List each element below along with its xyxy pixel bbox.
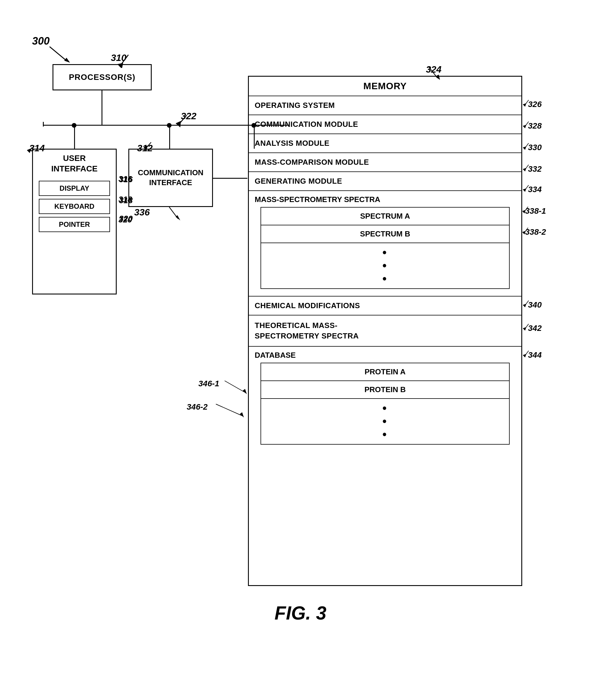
ref-346-1: 346-1 [198, 379, 219, 388]
svg-line-34 [225, 381, 245, 392]
theoretical-mass-row: THEORETICAL MASS-SPECTROMETRY SPECTRA [249, 315, 521, 346]
communication-interface-label: COMMUNICATIONINTERFACE [138, 168, 204, 188]
analysis-module-label: ANALYSIS MODULE [255, 139, 329, 148]
figure-label: FIG. 3 [274, 602, 326, 624]
svg-marker-21 [523, 168, 526, 172]
arrow-322-icon [169, 112, 193, 128]
mass-comparison-label: MASS-COMPARISON MODULE [255, 158, 369, 166]
arrow-340-icon [523, 299, 531, 308]
generating-module-label: GENERATING MODULE [255, 177, 342, 185]
db-dots: ••• [261, 399, 509, 444]
spectrum-a-row: SPECTRUM A [261, 208, 509, 225]
svg-line-36 [216, 404, 242, 416]
svg-marker-27 [522, 231, 526, 234]
protein-a-row: PROTEIN A [261, 363, 509, 381]
spectra-inner-box: SPECTRUM A SPECTRUM B ••• [260, 207, 510, 289]
mass-comparison-row: MASS-COMPARISON MODULE [249, 153, 521, 172]
ref-346-2: 346-2 [187, 402, 208, 412]
mass-spectrometry-spectra-label: MASS-SPECTROMETRY SPECTRA [255, 195, 380, 204]
v-line-comm [169, 125, 170, 149]
arrow-346-1-icon [222, 378, 257, 395]
memory-label: MEMORY [249, 77, 521, 96]
spectrum-b-label: SPECTRUM B [360, 229, 410, 238]
svg-marker-1 [64, 58, 70, 63]
protein-b-label: PROTEIN B [364, 385, 406, 394]
arrow-342-icon [523, 322, 531, 331]
spectrum-a-label: SPECTRUM A [360, 212, 410, 221]
comm-module-label: COMMUNICATION MODULE [255, 120, 358, 129]
arrow-338-2-icon [522, 226, 531, 235]
ref-320-label: 320 [119, 215, 132, 225]
database-label: DATABASE [255, 351, 296, 360]
os-row: OPERATING SYSTEM [249, 96, 521, 114]
processor-label: PROCESSOR(S) [69, 73, 135, 82]
svg-marker-29 [523, 304, 526, 307]
arrow-300-icon [41, 44, 76, 67]
arrow-344-icon [523, 349, 531, 358]
os-label: OPERATING SYSTEM [255, 101, 335, 110]
bus-left-cap [43, 122, 44, 127]
arrow-338-1-icon [522, 205, 531, 214]
keyboard-label: KEYBOARD [54, 202, 94, 210]
display-box: DISPLAY [39, 181, 110, 196]
arrow-328-icon [523, 120, 531, 129]
chemical-modifications-label: CHEMICAL MODIFICATIONS [255, 301, 360, 310]
h-line-comm-mem [213, 178, 247, 179]
svg-marker-19 [523, 146, 526, 150]
arrow-332-icon [523, 163, 531, 172]
pointer-box: POINTER [39, 217, 110, 232]
analysis-module-row: ANALYSIS MODULE [249, 133, 521, 153]
processor-box: PROCESSOR(S) [52, 64, 152, 90]
protein-a-label: PROTEIN A [365, 367, 406, 376]
svg-marker-31 [523, 327, 526, 331]
display-label: DISPLAY [59, 184, 89, 192]
svg-marker-5 [176, 121, 181, 127]
comm-module-row: COMMUNICATION MODULE [249, 114, 521, 133]
database-inner-box: PROTEIN A PROTEIN B ••• [260, 363, 510, 445]
svg-line-0 [50, 47, 67, 61]
mass-spectrometry-spectra-row: MASS-SPECTROMETRY SPECTRA SPECTRUM A SPE… [249, 190, 521, 296]
database-row: DATABASE PROTEIN A PROTEIN B ••• [249, 346, 521, 451]
svg-marker-23 [523, 188, 526, 192]
chemical-modifications-row: CHEMICAL MODIFICATIONS [249, 296, 521, 315]
user-interface-label: USERINTERFACE [33, 150, 116, 178]
communication-interface-box: COMMUNICATIONINTERFACE [128, 149, 213, 207]
protein-b-row: PROTEIN B [261, 381, 509, 399]
theoretical-mass-label: THEORETICAL MASS-SPECTROMETRY SPECTRA [255, 321, 359, 340]
v-line-ui [74, 125, 75, 149]
keyboard-box: KEYBOARD [39, 199, 110, 214]
memory-box: MEMORY OPERATING SYSTEM COMMUNICATION MO… [248, 76, 522, 586]
v-line-processor [101, 90, 102, 125]
arrow-334-icon [523, 184, 531, 192]
arrow-346-2-icon [213, 401, 254, 419]
svg-marker-25 [522, 210, 526, 213]
pointer-label: POINTER [59, 221, 90, 228]
spectrum-b-row: SPECTRUM B [261, 225, 509, 243]
generating-module-row: GENERATING MODULE [249, 172, 521, 190]
spectra-dots: ••• [261, 243, 509, 288]
arrow-326-icon [523, 99, 531, 107]
arrow-330-icon [523, 142, 531, 151]
user-interface-box: USERINTERFACE 316 DISPLAY 318 KEYBOARD 3… [32, 149, 117, 294]
svg-marker-17 [523, 125, 526, 128]
svg-marker-33 [523, 354, 526, 358]
ref-336: 336 [134, 207, 150, 218]
svg-marker-7 [27, 148, 31, 153]
svg-marker-15 [523, 103, 526, 107]
arrow-336-icon [152, 204, 181, 222]
